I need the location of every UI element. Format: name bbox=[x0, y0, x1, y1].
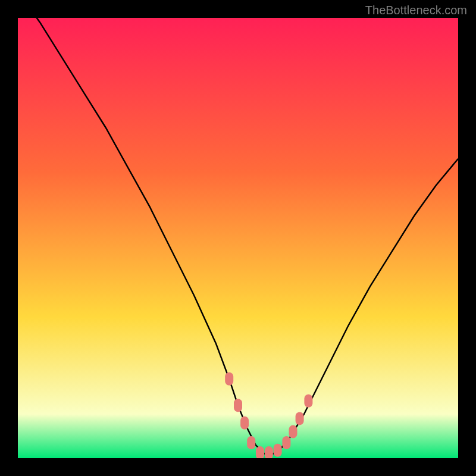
data-markers bbox=[225, 372, 312, 458]
chart-container: TheBottleneck.com bbox=[0, 0, 476, 476]
curve-layer bbox=[18, 18, 458, 458]
data-marker bbox=[225, 372, 233, 386]
data-marker bbox=[265, 446, 273, 458]
data-marker bbox=[289, 425, 298, 439]
data-marker bbox=[296, 412, 304, 425]
data-marker bbox=[282, 436, 290, 449]
watermark-text: TheBottleneck.com bbox=[365, 4, 467, 17]
data-marker bbox=[274, 444, 282, 457]
bottleneck-curve bbox=[18, 18, 458, 454]
data-marker bbox=[234, 399, 242, 412]
data-marker bbox=[304, 394, 312, 408]
data-marker bbox=[247, 436, 255, 449]
data-marker bbox=[240, 416, 249, 430]
data-marker bbox=[256, 446, 264, 458]
plot-area bbox=[18, 18, 458, 458]
